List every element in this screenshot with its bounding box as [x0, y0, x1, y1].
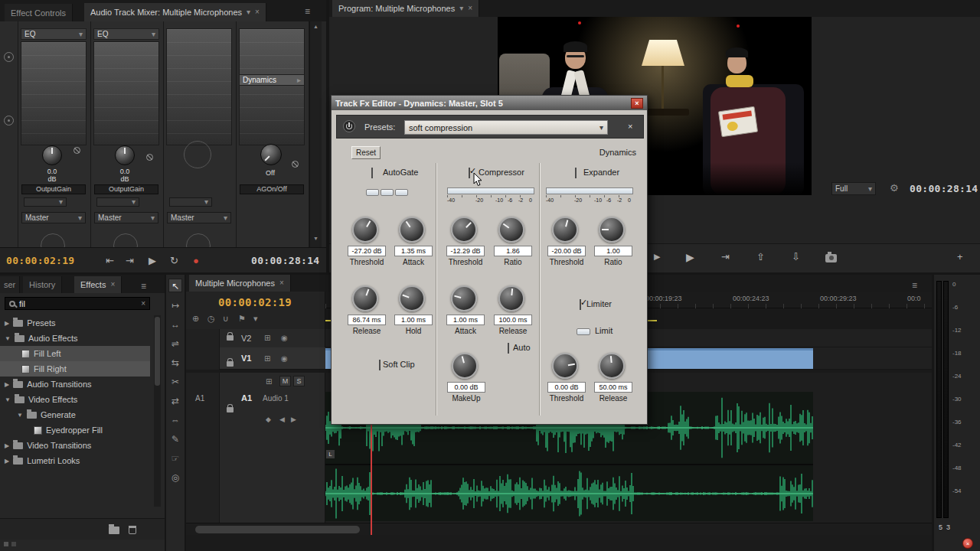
sync-lock-icon[interactable]: ⊞ [264, 334, 270, 342]
slip-tool-icon[interactable]: ⇄ [166, 396, 185, 406]
clear-search-icon[interactable]: × [141, 300, 145, 308]
settings-wrench-icon[interactable]: ⚙ [890, 183, 899, 193]
gate-hold-knob[interactable] [399, 285, 425, 311]
extract-icon[interactable]: ⇩ [792, 252, 800, 262]
track-a1-name[interactable]: Audio 1 [263, 394, 289, 403]
chevron-down-icon[interactable]: ▾ [247, 8, 250, 16]
compressor-threshold-value[interactable]: -12.29 dB [446, 246, 485, 256]
chevron-down-icon[interactable]: ▾ [459, 5, 463, 12]
limiter-checkbox[interactable] [580, 299, 581, 310]
gate-hold-value[interactable]: 1.00 ms [394, 315, 433, 325]
close-icon[interactable]: × [110, 281, 115, 289]
soft-clip-checkbox[interactable] [379, 360, 381, 370]
collapse-arrow-icon[interactable]: ▶ [5, 320, 9, 327]
effects-search-input[interactable]: fil × [5, 297, 150, 310]
compressor-release-value[interactable]: 100.0 ms [494, 315, 532, 325]
goto-out-icon[interactable]: ⇥ [721, 252, 730, 262]
effects-scrollbar[interactable] [154, 315, 161, 507]
output-bus-dropdown[interactable]: Master ▾ [21, 212, 86, 223]
tree-item-presets[interactable]: ▶ Presets [0, 315, 150, 331]
outputgain-knob[interactable] [115, 145, 135, 165]
mute-indicator-icon[interactable]: × [962, 538, 973, 549]
dialog-close-button[interactable]: × [631, 98, 643, 109]
gain-value[interactable]: 0.0 [93, 168, 156, 175]
input-assign-dropdown[interactable]: ▾ [96, 197, 139, 207]
gate-attack-knob[interactable] [399, 217, 425, 243]
tab-effects[interactable]: Effects × [74, 276, 122, 293]
tree-item-fill-right[interactable]: Fill Right [0, 361, 150, 377]
source-patch-a1[interactable]: A1 [195, 394, 204, 403]
tab-audio-track-mixer[interactable]: Audio Track Mixer: Multiple Microphones … [84, 3, 266, 21]
hand-tool-icon[interactable]: ☞ [166, 453, 185, 464]
effect-slot-area[interactable] [166, 28, 232, 145]
track-v1-label[interactable]: V1 [241, 354, 251, 363]
output-bus-dropdown[interactable]: Master ▾ [94, 212, 158, 223]
tree-item-video-effects[interactable]: ▼ Video Effects [0, 392, 150, 407]
mute-track-button[interactable]: M [279, 376, 291, 386]
tree-item-generate[interactable]: ▼ Generate [0, 407, 150, 422]
track-v2-label[interactable]: V2 [241, 334, 251, 343]
limiter-release-knob[interactable] [599, 353, 625, 379]
reset-button[interactable]: Reset [351, 146, 381, 159]
tree-item-audio-effects[interactable]: ▼ Audio Effects [0, 331, 150, 346]
effect-slot-area[interactable] [239, 28, 305, 145]
pen-tool-icon[interactable]: ✎ [166, 434, 185, 445]
rate-stretch-tool-icon[interactable]: ⇆ [166, 357, 185, 368]
export-frame-icon[interactable] [825, 254, 837, 262]
play-icon[interactable]: ▶ [686, 252, 694, 262]
limiter-threshold-knob[interactable] [552, 353, 578, 379]
track-select-tool-icon[interactable]: ↦ [166, 300, 185, 311]
selection-tool-icon[interactable]: ↖ [166, 281, 185, 292]
tree-item-eyedropper-fill[interactable]: Eyedropper Fill [0, 422, 150, 438]
step-forward-icon[interactable]: ▶ [654, 253, 660, 261]
autogate-checkbox[interactable] [371, 168, 373, 178]
limiter-threshold-value[interactable]: 0.00 dB [547, 382, 586, 393]
compressor-release-knob[interactable] [498, 285, 524, 311]
effect-slot-area[interactable] [21, 41, 87, 145]
prev-keyframe-icon[interactable]: ◀ [279, 416, 285, 423]
eq-effect-slot[interactable]: EQ ▾ [93, 28, 159, 40]
snap-icon[interactable]: ∪ [223, 315, 229, 323]
delete-preset-icon[interactable]: × [628, 122, 632, 131]
track-v1-header-selected[interactable] [220, 347, 325, 370]
compressor-ratio-knob[interactable] [498, 217, 524, 243]
eq-effect-slot[interactable]: EQ ▾ [21, 28, 87, 40]
expand-arrow-icon[interactable]: ▼ [5, 396, 11, 403]
gate-threshold-value[interactable]: -27.20 dB [348, 246, 386, 256]
ripple-edit-tool-icon[interactable]: ↔ [166, 319, 185, 330]
tree-item-audio-transitions[interactable]: ▶ Audio Transitions [0, 377, 150, 392]
panel-menu-icon[interactable]: ≡ [141, 282, 146, 291]
zoom-level-dropdown[interactable]: Full ▾ [831, 182, 876, 195]
outputgain-knob[interactable] [42, 145, 62, 165]
new-custom-bin-icon[interactable] [109, 527, 119, 534]
output-bus-dropdown[interactable]: Master ▾ [167, 212, 231, 223]
dynamics-effect-slot[interactable]: Dynamics ▸ [239, 74, 305, 86]
timeline-position-timecode[interactable]: 00:00:02:19 [218, 296, 292, 308]
timeline-scrollbar[interactable] [186, 523, 932, 535]
dialog-titlebar[interactable]: Track Fx Editor - Dynamics: Master, Slot… [332, 96, 647, 110]
record-icon[interactable]: ● [193, 256, 199, 266]
marker-icon[interactable]: ⚑ [238, 315, 246, 323]
tab-history[interactable]: History [23, 276, 62, 293]
collapse-arrow-icon[interactable]: ▶ [5, 381, 9, 388]
track-a1-label[interactable]: A1 [241, 393, 252, 403]
slide-tool-icon[interactable]: ⇔ [166, 415, 185, 425]
makeup-value[interactable]: 0.00 dB [447, 382, 485, 393]
scroll-down-icon[interactable]: ▼ [313, 236, 318, 241]
input-assign-dropdown[interactable]: ▾ [169, 197, 212, 207]
panel-menu-icon[interactable]: ≡ [305, 7, 310, 16]
timeline-settings-icon[interactable]: ▾ [253, 315, 258, 323]
collapse-arrow-icon[interactable]: ▶ [5, 442, 9, 449]
play-icon[interactable]: ▶ [149, 256, 156, 266]
input-assign-dropdown[interactable]: ▾ [24, 197, 67, 207]
rolling-edit-tool-icon[interactable]: ⇌ [166, 338, 185, 349]
gate-threshold-knob[interactable] [352, 217, 378, 243]
close-icon[interactable]: × [255, 8, 260, 16]
next-keyframe-icon[interactable]: ▶ [291, 416, 296, 423]
add-keyframe-icon[interactable]: ◆ [266, 416, 271, 423]
slot-arrow-icon[interactable]: ▸ [297, 77, 301, 84]
track-output-eye-icon[interactable]: ◉ [281, 334, 288, 342]
bypass-icon[interactable] [74, 147, 80, 154]
close-icon[interactable]: × [468, 5, 472, 12]
scrollbar-thumb[interactable] [155, 317, 160, 386]
